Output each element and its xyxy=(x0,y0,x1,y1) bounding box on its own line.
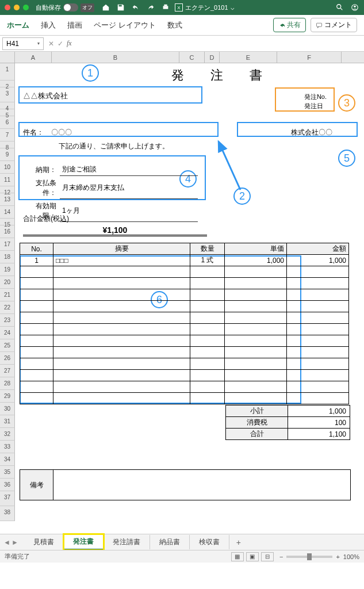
comment-button[interactable]: コメント xyxy=(311,18,357,32)
cancel-icon[interactable]: ✕ xyxy=(48,40,54,48)
tab-home[interactable]: ホーム xyxy=(7,20,29,30)
row-header[interactable]: 25 xyxy=(0,339,15,352)
row-header[interactable]: 21 xyxy=(0,289,15,301)
sheet-tab[interactable]: 発注請書 xyxy=(104,535,150,549)
add-sheet-button[interactable]: + xyxy=(229,536,248,549)
zoom-level[interactable]: 100% xyxy=(343,553,359,560)
row-header[interactable]: 23 xyxy=(0,314,15,327)
row-header[interactable]: 35 xyxy=(0,466,15,479)
page-break-icon[interactable]: ⊟ xyxy=(261,552,274,561)
close-icon[interactable] xyxy=(5,5,10,10)
company-name: △△株式会社 xyxy=(23,91,68,101)
row-header[interactable]: 28 xyxy=(0,377,15,390)
col-header[interactable]: B xyxy=(52,52,179,63)
name-box[interactable]: H41 ▾ xyxy=(2,37,44,50)
sheet-tab[interactable]: 納品書 xyxy=(150,535,190,549)
row-header[interactable]: 36 xyxy=(0,479,15,491)
row-header[interactable]: 12 xyxy=(0,186,15,193)
zoom-out-icon[interactable]: − xyxy=(279,553,283,560)
row-header[interactable]: 2 xyxy=(0,81,15,87)
redo-icon[interactable] xyxy=(146,3,155,12)
next-sheet-icon[interactable]: ► xyxy=(12,538,18,546)
row-header[interactable]: 33 xyxy=(0,441,15,453)
row-header[interactable]: 19 xyxy=(0,263,15,276)
row-header[interactable]: 7 xyxy=(0,129,15,141)
file-title[interactable]: X エクテン_0101 ⌵ xyxy=(175,3,235,12)
tab-draw[interactable]: 描画 xyxy=(67,20,82,30)
cell-area[interactable]: 発 注 書 1 2 3 4 5 6 △ xyxy=(15,63,364,521)
user-icon[interactable] xyxy=(350,3,359,12)
home-icon[interactable] xyxy=(101,3,110,12)
sheet-tab[interactable]: 見積書 xyxy=(24,535,64,549)
svg-rect-0 xyxy=(119,5,122,7)
col-header[interactable]: F xyxy=(277,52,342,63)
sheet-tab[interactable]: 発注書 xyxy=(64,534,104,550)
fx-icon[interactable]: fx xyxy=(67,39,72,48)
formula-bar: H41 ▾ ✕ ✓ fx xyxy=(0,36,364,52)
col-header[interactable]: D xyxy=(205,52,220,63)
row-header[interactable]: 3 xyxy=(0,87,15,102)
maximize-icon[interactable] xyxy=(23,5,29,10)
normal-view-icon[interactable]: ▦ xyxy=(231,552,244,561)
chevron-down-icon[interactable]: ▾ xyxy=(37,41,40,46)
document-overlay: 発 注 書 1 2 3 4 5 6 △ xyxy=(18,63,358,84)
row-header[interactable]: 32 xyxy=(0,428,15,441)
row-header[interactable]: 22 xyxy=(0,301,15,314)
row-header[interactable]: 37 xyxy=(0,491,15,506)
row-header[interactable]: 9 xyxy=(0,148,15,161)
row-header[interactable]: 6 xyxy=(0,116,15,129)
row-header[interactable]: 15 xyxy=(0,219,15,225)
svg-point-3 xyxy=(337,5,341,9)
row-header[interactable]: 38 xyxy=(0,506,15,521)
remarks-box: 備考 xyxy=(20,469,351,500)
row-header[interactable]: 34 xyxy=(0,453,15,466)
page-layout-icon[interactable]: ▣ xyxy=(246,552,259,561)
share-button[interactable]: 共有 xyxy=(273,18,306,32)
row-header[interactable]: 11 xyxy=(0,174,15,186)
sheet-tab[interactable]: 検収書 xyxy=(190,535,229,549)
select-all-corner[interactable] xyxy=(0,52,15,63)
toggle-icon[interactable] xyxy=(63,3,78,12)
row-header[interactable]: 27 xyxy=(0,365,15,377)
row-header[interactable]: 10 xyxy=(0,161,15,174)
tab-page-layout[interactable]: ページ レイアウト xyxy=(94,20,156,30)
row-header[interactable]: 24 xyxy=(0,327,15,339)
search-icon[interactable] xyxy=(335,3,344,12)
row-header[interactable]: 26 xyxy=(0,352,15,365)
zoom-in-icon[interactable]: + xyxy=(336,553,339,560)
undo-icon[interactable] xyxy=(131,3,140,12)
col-header[interactable]: C xyxy=(179,52,205,63)
row-header[interactable]: 1 xyxy=(0,63,15,81)
excel-file-icon: X xyxy=(175,3,183,12)
chevron-down-icon[interactable]: ⌵ xyxy=(231,4,235,12)
tab-insert[interactable]: 挿入 xyxy=(41,20,56,30)
row-header[interactable]: 31 xyxy=(0,415,15,428)
row-header[interactable]: 20 xyxy=(0,276,15,289)
row-header[interactable]: 30 xyxy=(0,403,15,415)
row-header[interactable]: 13 xyxy=(0,193,15,206)
annotation-marker: 3 xyxy=(338,94,355,112)
row-header[interactable]: 4 xyxy=(0,102,15,109)
row-header[interactable]: 16 xyxy=(0,225,15,238)
tab-formulas[interactable]: 数式 xyxy=(167,20,182,30)
titlebar-right xyxy=(335,3,359,12)
save-icon[interactable] xyxy=(116,3,125,12)
autosave-toggle[interactable]: 自動保存 オフ xyxy=(36,3,94,12)
print-icon[interactable] xyxy=(161,3,170,12)
ribbon: ホーム 挿入 描画 ページ レイアウト 数式 共有 コメント xyxy=(0,15,364,36)
prev-sheet-icon[interactable]: ◄ xyxy=(3,538,10,546)
sheet-nav[interactable]: ◄ ► xyxy=(3,538,18,546)
zoom-slider[interactable] xyxy=(286,556,332,558)
row-header[interactable]: 29 xyxy=(0,390,15,403)
minimize-icon[interactable] xyxy=(14,5,20,10)
formula-input[interactable] xyxy=(75,37,364,50)
row-header[interactable]: 5 xyxy=(0,109,15,116)
row-header[interactable]: 17 xyxy=(0,238,15,251)
row-header[interactable]: 8 xyxy=(0,141,15,148)
spreadsheet-grid[interactable]: A B C D E F 1 2 3 4 5 6 7 8 9 10 11 12 1… xyxy=(0,52,364,563)
col-header[interactable]: A xyxy=(15,52,52,63)
row-header[interactable]: 14 xyxy=(0,206,15,219)
row-header[interactable]: 18 xyxy=(0,251,15,263)
col-header[interactable]: E xyxy=(220,52,277,63)
accept-icon[interactable]: ✓ xyxy=(58,40,63,48)
